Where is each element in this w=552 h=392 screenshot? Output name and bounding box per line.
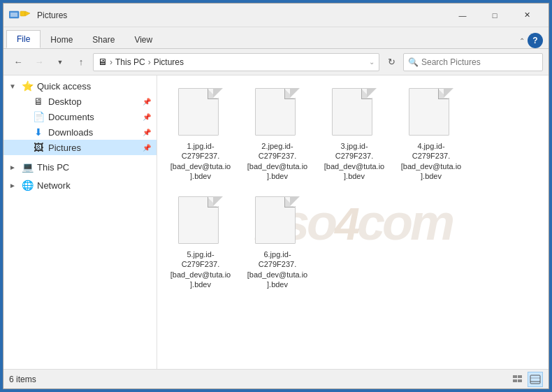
main-area: ▼ ⭐ Quick access 🖥 Desktop 📌 📄 Documents… [3, 75, 549, 369]
file-item-5[interactable]: 5.jpg.id-C279F237.[bad_dev@tuta.io].bdev [166, 192, 235, 293]
path-dropdown-icon[interactable]: ⌄ [369, 58, 375, 66]
quick-access-label: Quick access [37, 81, 151, 92]
sidebar-item-documents[interactable]: 📄 Documents 📌 [3, 109, 157, 124]
address-path[interactable]: 🖥 › This PC › Pictures ⌄ [93, 53, 379, 71]
close-button[interactable]: ✕ [511, 5, 543, 26]
up-button[interactable]: ↑ [72, 53, 90, 71]
sidebar-desktop-label: Desktop [48, 96, 140, 107]
path-pictures[interactable]: Pictures [154, 57, 184, 67]
quick-access-icon: ⭐ [20, 80, 34, 92]
address-bar: ← → ▼ ↑ 🖥 › This PC › Pictures ⌄ ↻ 🔍 [3, 49, 549, 75]
file-name-3: 3.jpg.id-C279F237.[bad_dev@tuta.io].bdev [324, 141, 385, 181]
file-corner-3 [367, 88, 377, 98]
ribbon-chevron-icon[interactable]: ⌃ [519, 37, 525, 45]
sidebar-item-downloads[interactable]: ⬇ Downloads 📌 [3, 124, 157, 140]
help-button[interactable]: ? [528, 33, 543, 48]
path-this-pc[interactable]: This PC [115, 57, 145, 67]
sidebar-item-this-pc[interactable]: ► 💻 This PC [3, 159, 157, 175]
desktop-pin-icon: 📌 [143, 98, 151, 106]
sidebar-this-pc-label: This PC [37, 162, 151, 173]
desktop-icon: 🖥 [31, 96, 45, 107]
minimize-button[interactable]: — [446, 5, 479, 26]
window-title: Pictures [37, 10, 446, 20]
status-count: 6 items [9, 375, 36, 384]
sidebar-downloads-label: Downloads [48, 127, 140, 138]
file-name-1: 1.jpg.id-C279F237.[bad_dev@tuta.io].bdev [170, 141, 231, 181]
sidebar-network-label: Network [37, 180, 151, 191]
title-bar-icons [9, 10, 31, 20]
file-name-2: 2.jpeg.id-C279F237.[bad_dev@tuta.io].bde… [247, 141, 308, 181]
file-item-6[interactable]: 6.jpg.id-C279F237.[bad_dev@tuta.io].bdev [242, 192, 312, 293]
sidebar: ▼ ⭐ Quick access 🖥 Desktop 📌 📄 Documents… [3, 75, 157, 369]
sidebar-item-network[interactable]: ► 🌐 Network [3, 177, 157, 193]
downloads-pin-icon: 📌 [143, 129, 151, 136]
file-icon-5 [178, 196, 223, 247]
svg-rect-7 [518, 379, 522, 382]
forward-button[interactable]: → [30, 53, 48, 71]
this-pc-icon: 💻 [20, 161, 34, 173]
back-button[interactable]: ← [9, 53, 27, 71]
path-separator-2: › [148, 57, 151, 67]
maximize-button[interactable]: □ [479, 5, 511, 26]
svg-rect-6 [513, 379, 517, 382]
refresh-button[interactable]: ↻ [382, 53, 400, 71]
file-name-5: 5.jpg.id-C279F237.[bad_dev@tuta.io].bdev [170, 249, 231, 289]
file-item-4[interactable]: 4.jpg.id-C279F237.[bad_dev@tuta.io].bdev [396, 84, 466, 185]
file-icon-6 [255, 196, 300, 247]
file-item-1[interactable]: 1.jpg.id-C279F237.[bad_dev@tuta.io].bdev [166, 84, 235, 185]
sidebar-item-desktop[interactable]: 🖥 Desktop 📌 [3, 94, 157, 109]
file-icon-3 [332, 88, 377, 138]
list-view-icon [513, 375, 524, 384]
file-icon-1 [178, 88, 223, 138]
title-bar-icon-group [9, 10, 31, 20]
documents-icon: 📄 [31, 111, 45, 122]
pictures-pin-icon: 📌 [143, 144, 151, 152]
file-item-2[interactable]: 2.jpeg.id-C279F237.[bad_dev@tuta.io].bde… [242, 84, 312, 185]
file-corner-4 [444, 88, 453, 98]
file-corner-5 [213, 196, 223, 206]
view-controls [511, 372, 543, 387]
tab-share[interactable]: Share [82, 31, 124, 48]
file-corner-6 [290, 196, 300, 206]
explorer-window: Pictures — □ ✕ File Home Share View ⌃ ? … [3, 3, 549, 389]
svg-marker-3 [25, 11, 30, 16]
large-icon-view-icon [530, 375, 541, 384]
svg-rect-4 [513, 375, 517, 378]
search-icon: 🔍 [408, 57, 419, 67]
svg-rect-1 [10, 13, 17, 17]
files-grid: 1.jpg.id-C279F237.[bad_dev@tuta.io].bdev… [163, 81, 543, 296]
ribbon-tabs: File Home Share View ⌃ ? [3, 27, 549, 48]
title-bar: Pictures — □ ✕ [3, 3, 549, 27]
file-corner-1 [213, 88, 223, 98]
window-controls: — □ ✕ [446, 5, 543, 26]
pictures-icon: 🖼 [31, 142, 45, 153]
search-box[interactable]: 🔍 [403, 53, 543, 71]
sidebar-item-pictures[interactable]: 🖼 Pictures 📌 [3, 140, 157, 155]
large-icon-view-button[interactable] [528, 372, 543, 387]
search-input[interactable] [421, 57, 538, 67]
network-expand-icon: ► [9, 182, 20, 189]
file-item-3[interactable]: 3.jpg.id-C279F237.[bad_dev@tuta.io].bdev [319, 84, 389, 185]
file-icon-2 [255, 88, 300, 138]
this-pc-expand-icon: ► [9, 164, 20, 171]
file-corner-2 [290, 88, 300, 98]
svg-rect-2 [20, 11, 25, 16]
svg-rect-5 [518, 375, 522, 378]
up-dropdown-button[interactable]: ▼ [51, 53, 69, 71]
sidebar-documents-label: Documents [48, 112, 140, 122]
file-name-6: 6.jpg.id-C279F237.[bad_dev@tuta.io].bdev [247, 249, 308, 289]
tab-home[interactable]: Home [41, 31, 82, 48]
status-bar: 6 items [3, 369, 549, 389]
downloads-icon: ⬇ [31, 126, 45, 138]
list-view-button[interactable] [511, 372, 526, 387]
quick-access-expand-icon: ▼ [9, 82, 20, 90]
ribbon: File Home Share View ⌃ ? [3, 27, 549, 49]
tab-view[interactable]: View [124, 31, 162, 48]
file-icon-4 [409, 88, 453, 138]
tab-file[interactable]: File [6, 30, 41, 48]
path-icon: 🖥 [98, 57, 107, 67]
file-name-4: 4.jpg.id-C279F237.[bad_dev@tuta.io].bdev [400, 141, 462, 181]
svg-rect-8 [530, 375, 540, 384]
sidebar-quick-access[interactable]: ▼ ⭐ Quick access [3, 78, 157, 94]
content-area: riso4com 1.jpg.id-C279F237.[bad_dev@tuta… [157, 75, 549, 369]
